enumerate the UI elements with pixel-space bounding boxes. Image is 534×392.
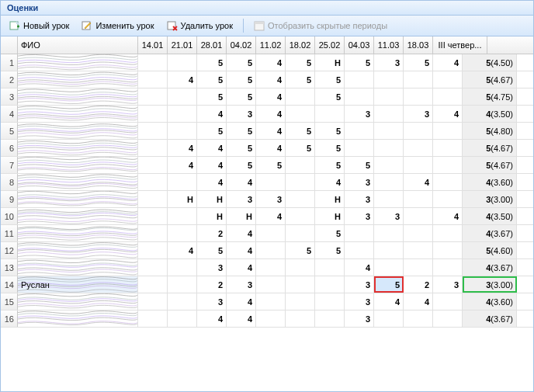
grade-cell[interactable] — [168, 174, 197, 190]
table-row[interactable]: 14 Руслан2335233 (3.00) — [1, 276, 533, 293]
grade-cell[interactable]: 4 — [227, 174, 256, 190]
grade-cell[interactable]: 4 — [197, 106, 227, 122]
table-row[interactable]: 9 НН33Н33 (3.00) — [1, 191, 533, 208]
header-avg[interactable]: III четвер... — [433, 36, 487, 54]
grade-cell[interactable] — [404, 88, 433, 105]
grade-cell[interactable]: 3 — [227, 276, 256, 293]
grade-cell[interactable] — [374, 157, 404, 173]
grade-cell[interactable] — [433, 293, 463, 310]
grade-cell[interactable] — [404, 225, 433, 241]
grade-cell[interactable] — [256, 174, 286, 190]
grade-cell[interactable]: 5 — [197, 54, 227, 71]
grade-cell[interactable]: 4 — [404, 293, 433, 310]
grade-cell[interactable]: 5 — [286, 123, 315, 139]
grade-cell[interactable]: 5 — [227, 71, 256, 88]
grade-cell[interactable] — [286, 174, 315, 190]
grade-cell[interactable]: 4 — [197, 157, 227, 173]
grade-cell[interactable] — [374, 140, 404, 156]
grade-cell[interactable] — [374, 191, 404, 207]
grade-cell[interactable]: 5 — [197, 88, 227, 105]
grade-cell[interactable]: 4 — [227, 293, 256, 310]
grade-cell[interactable] — [433, 174, 463, 190]
student-name-cell[interactable] — [18, 123, 138, 139]
grade-cell[interactable] — [138, 191, 168, 207]
grade-cell[interactable] — [374, 88, 404, 105]
grade-cell[interactable] — [138, 225, 168, 241]
grade-cell[interactable] — [374, 310, 404, 327]
grade-cell[interactable]: 5 — [345, 157, 374, 173]
student-name-cell[interactable] — [18, 140, 138, 156]
grade-cell[interactable] — [256, 293, 286, 310]
grade-cell[interactable] — [168, 259, 197, 276]
grade-cell[interactable]: 3 — [433, 276, 463, 293]
grade-cell[interactable] — [138, 208, 168, 224]
grade-cell[interactable] — [286, 310, 315, 327]
grade-cell[interactable]: 5 — [256, 157, 286, 173]
grade-cell[interactable]: 3 — [345, 208, 374, 224]
grade-cell[interactable]: 5 — [286, 71, 315, 88]
grade-cell[interactable] — [433, 310, 463, 327]
table-row[interactable]: 11 2454 (3.67) — [1, 225, 533, 242]
grade-cell[interactable]: 4 — [227, 259, 256, 276]
student-name-cell[interactable] — [18, 71, 138, 88]
grade-cell[interactable] — [138, 310, 168, 327]
student-name-cell[interactable] — [18, 259, 138, 276]
grade-cell[interactable] — [433, 242, 463, 258]
student-name-cell[interactable] — [18, 106, 138, 122]
grade-cell[interactable]: 4 — [227, 225, 256, 241]
grade-cell[interactable]: 5 — [315, 71, 345, 88]
grade-cell[interactable]: 4 — [345, 259, 374, 276]
table-row[interactable]: 1 5545Н53545 (4.50) — [1, 54, 533, 71]
grade-cell[interactable]: 5 — [374, 276, 404, 293]
table-row[interactable]: 7 4455555 (4.67) — [1, 157, 533, 174]
grade-cell[interactable]: 3 — [345, 106, 374, 122]
grade-cell[interactable] — [138, 140, 168, 156]
grade-cell[interactable]: 3 — [345, 310, 374, 327]
grade-cell[interactable] — [286, 208, 315, 224]
grade-cell[interactable]: 3 — [345, 174, 374, 190]
grade-cell[interactable] — [315, 293, 345, 310]
grade-cell[interactable]: 5 — [227, 140, 256, 156]
student-name-cell[interactable] — [18, 54, 138, 71]
student-name-cell[interactable] — [18, 208, 138, 224]
grade-cell[interactable] — [345, 242, 374, 258]
header-date-4[interactable]: 11.02 — [256, 36, 286, 54]
grade-cell[interactable] — [374, 259, 404, 276]
grade-cell[interactable]: 3 — [227, 191, 256, 207]
grade-cell[interactable] — [286, 191, 315, 207]
grade-cell[interactable] — [315, 106, 345, 122]
grade-cell[interactable] — [286, 225, 315, 241]
student-name-cell[interactable] — [18, 242, 138, 258]
grade-cell[interactable] — [138, 88, 168, 105]
grade-cell[interactable]: 4 — [256, 54, 286, 71]
header-date-9[interactable]: 18.03 — [404, 36, 433, 54]
grade-cell[interactable]: 3 — [256, 191, 286, 207]
grade-cell[interactable]: Н — [197, 191, 227, 207]
grade-cell[interactable]: 5 — [345, 54, 374, 71]
grade-cell[interactable] — [433, 71, 463, 88]
grade-cell[interactable] — [345, 88, 374, 105]
student-name-cell[interactable] — [18, 293, 138, 310]
grade-cell[interactable]: 4 — [433, 54, 463, 71]
grade-cell[interactable]: 5 — [227, 54, 256, 71]
grade-cell[interactable]: 4 — [256, 123, 286, 139]
grade-cell[interactable] — [256, 259, 286, 276]
header-name[interactable]: ФИО — [18, 36, 138, 54]
grade-cell[interactable]: 4 — [168, 157, 197, 173]
grade-cell[interactable]: 4 — [433, 208, 463, 224]
grade-cell[interactable] — [138, 71, 168, 88]
delete-lesson-button[interactable]: Удалить урок — [161, 18, 238, 33]
grade-cell[interactable] — [433, 88, 463, 105]
header-date-0[interactable]: 14.01 — [138, 36, 168, 54]
student-name-cell[interactable]: Руслан — [18, 276, 138, 293]
grade-cell[interactable] — [404, 310, 433, 327]
grade-cell[interactable] — [138, 54, 168, 71]
grade-cell[interactable]: 5 — [315, 242, 345, 258]
grade-cell[interactable] — [374, 123, 404, 139]
student-name-cell[interactable] — [18, 88, 138, 105]
student-name-cell[interactable] — [18, 174, 138, 190]
grade-cell[interactable] — [404, 140, 433, 156]
grade-cell[interactable]: 3 — [197, 293, 227, 310]
table-row[interactable]: 13 3444 (3.67) — [1, 259, 533, 276]
grade-cell[interactable]: 5 — [197, 123, 227, 139]
